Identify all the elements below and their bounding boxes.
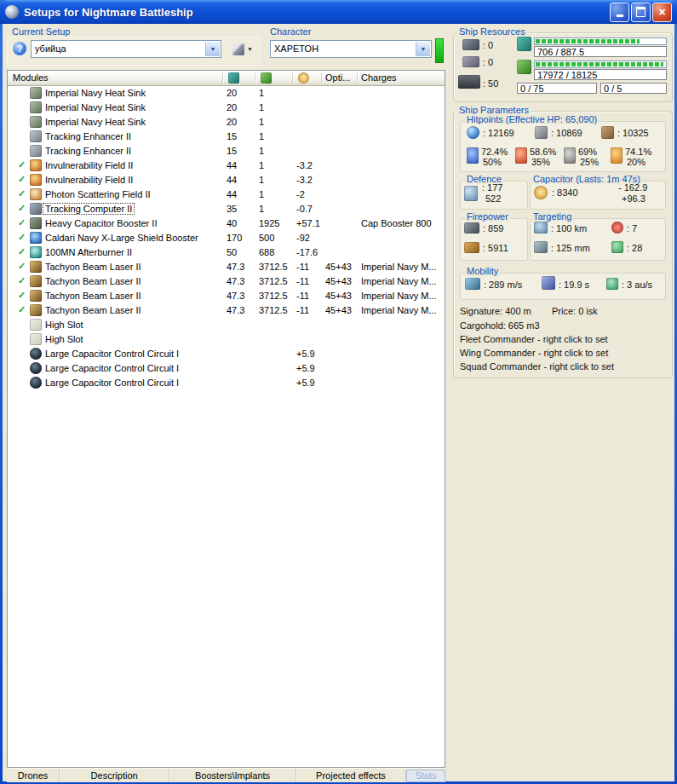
module-row[interactable]: High Slot [8,332,445,347]
module-row[interactable]: ✓Tracking Computer II351-0.7 [8,202,445,216]
module-powergrid-value: 3712.5 [259,291,288,301]
module-row[interactable]: Large Capacitor Control Circuit I+5.9 [8,361,445,376]
calibration-icon [458,75,480,89]
hull-hp-value: : 10325 [617,128,649,138]
module-cap-value: +5.9 [296,363,315,373]
fleet-commander-slot[interactable]: Fleet Commander - right click to set [460,334,608,344]
hitpoints-label: Hitpoints (Effective HP: 65,090) [465,114,599,124]
hammer-icon [232,43,244,55]
scan-resolution-value: : 125 mm [551,243,590,253]
module-cap-value: -11 [296,291,309,301]
help-icon[interactable]: ? [13,42,26,55]
sensor-strength-value: : 28 [627,243,642,253]
module-row[interactable]: ✓Tachyon Beam Laser II47.33712.5-1145+43… [8,303,445,318]
module-cap-value: +5.9 [296,378,315,388]
module-row[interactable]: ✓Photon Scattering Field II441-2 [8,187,445,202]
module-name: Imperial Navy Heat Sink [45,117,146,127]
module-cap-value: -11 [296,276,309,286]
module-name: Tachyon Beam Laser II [45,276,141,286]
squad-commander-slot[interactable]: Squad Commander - right click to set [460,361,614,372]
module-name: Caldari Navy X-Large Shield Booster [45,233,198,243]
fitted-check-icon: ✓ [18,246,26,257]
module-row[interactable]: ✓100MN Afterburner II50688-17.6 [8,245,445,260]
warp-speed-icon [606,278,618,290]
module-powergrid-value: 1 [259,117,264,127]
cpu-column-icon [228,72,239,84]
armor-icon [535,126,548,139]
capacitor-icon [534,186,548,199]
module-row[interactable]: Tracking Enhancer II151 [8,144,445,159]
thermal-armor-resist: 35% [531,157,550,167]
module-name: 100MN Afterburner II [45,247,132,257]
rig-icon [30,348,42,360]
module-cap-value: -11 [296,262,309,272]
wing-commander-slot[interactable]: Wing Commander - right click to set [460,348,608,358]
module-row[interactable]: ✓Caldari Navy X-Large Shield Booster1705… [8,231,445,245]
current-setup-label: Current Setup [9,26,72,37]
setup-combobox[interactable]: убийца ▼ [31,40,221,58]
module-powergrid-value: 1 [259,160,264,170]
module-row[interactable]: High Slot [8,318,445,332]
high-slot-icon [30,319,42,331]
module-row[interactable]: ✓Heavy Capacitor Booster II401925+57.1Ca… [8,216,445,231]
targeting-box [530,218,666,261]
module-name: Tachyon Beam Laser II [45,305,141,315]
tab-stats[interactable]: Stats [406,769,445,782]
tab-label: Boosters\Implants [195,770,270,781]
modules-table-header[interactable]: Modules Opti... Charges [8,71,445,86]
dropdown-arrow-icon[interactable]: ▼ [205,42,220,56]
module-row[interactable]: Imperial Navy Heat Sink201 [8,101,445,115]
mobility-label: Mobility [465,266,500,276]
module-name: Tracking Computer II [43,204,134,214]
shield-icon [467,126,479,139]
agility-icon [542,276,555,290]
powergrid-bar [534,61,667,68]
title-bar[interactable]: Setups for Nightmare Battleship ✕ [0,0,677,24]
dropdown-arrow-icon[interactable]: ▼ [416,42,430,56]
minimize-icon [617,14,623,17]
module-row[interactable]: ✓Tachyon Beam Laser II47.33712.5-1145+43… [8,260,445,274]
module-cap-value: +5.9 [296,349,315,359]
module-row[interactable]: ✓Tachyon Beam Laser II47.33712.5-1145+43… [8,274,445,289]
module-row[interactable]: Large Capacitor Control Circuit I+5.9 [8,376,445,390]
fitted-check-icon: ✓ [18,261,26,272]
tab-projected-effects[interactable]: Projected effects [296,769,406,782]
module-optimal-value: 45+43 [325,305,352,315]
module-powergrid-value: 1 [259,102,264,112]
module-cap-value: -11 [296,305,309,315]
opti-column-header: Opti... [325,72,350,83]
fitted-check-icon: ✓ [18,174,26,185]
powergrid-icon [517,60,531,74]
module-cpu-value: 35 [227,204,237,214]
minimize-button[interactable] [610,3,629,22]
module-row[interactable]: Imperial Navy Heat Sink201 [8,86,445,101]
invulnerability-field-icon [30,159,42,171]
module-row[interactable]: ✓Tachyon Beam Laser II47.33712.5-1145+43… [8,289,445,303]
tab-label: Stats [406,770,445,782]
module-row[interactable]: ✓Invulnerability Field II441-3.2 [8,159,445,173]
afterburner-icon [30,246,42,258]
maximize-button[interactable] [631,3,651,22]
tab-description[interactable]: Description [60,769,169,782]
module-row[interactable]: Large Capacitor Control Circuit I+5.9 [8,347,445,361]
module-cpu-value: 20 [227,88,237,98]
module-row[interactable]: ✓Invulnerability Field II441-3.2 [8,173,445,187]
module-row[interactable]: Tracking Enhancer II151 [8,130,445,144]
tracking-enhancer-icon [30,130,42,142]
module-cpu-value: 170 [227,233,242,243]
module-row[interactable]: Imperial Navy Heat Sink201 [8,115,445,130]
module-cpu-value: 47.3 [227,291,244,301]
module-cpu-value: 44 [227,175,237,185]
app-icon [5,5,19,19]
thermal-shield-resist: 58.6% [530,147,556,157]
close-button[interactable]: ✕ [652,3,672,22]
tab-boosters-implants[interactable]: Boosters\Implants [169,769,296,782]
character-label: Character [267,26,313,37]
dps-turret-icon [464,222,479,233]
character-combobox[interactable]: ХАРЕТОН ▼ [270,40,432,58]
cpu-icon [517,37,531,51]
tab-drones[interactable]: Drones [7,769,60,782]
setup-tools-button[interactable]: ▼ [227,40,259,58]
module-charges-value: Imperial Navy M... [361,262,437,272]
capacitor-column-icon [298,72,309,84]
